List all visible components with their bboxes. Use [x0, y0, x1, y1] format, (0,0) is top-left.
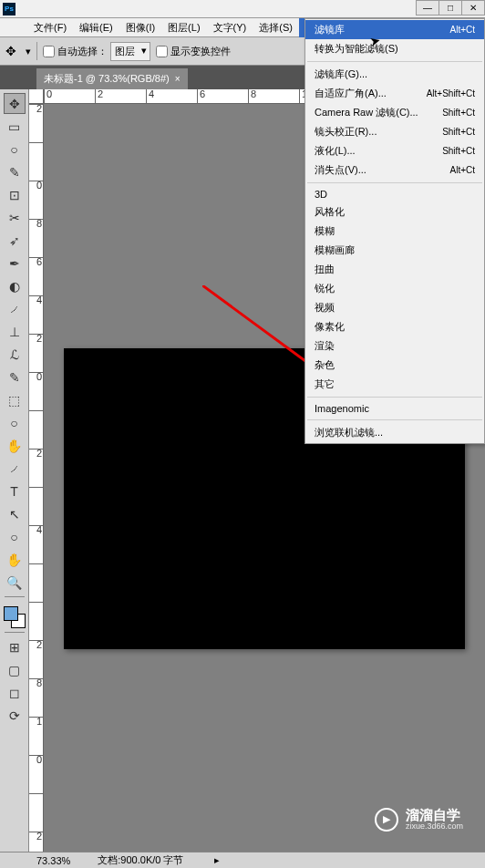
filter-menu-item-15[interactable]: 锐化	[305, 279, 484, 298]
ruler-h-tick: 2	[95, 89, 103, 104]
menu-item-5[interactable]: 选择(S)	[253, 18, 299, 37]
menu-item-label: 浏览联机滤镜...	[315, 426, 383, 439]
menu-item-label: Camera Raw 滤镜(C)...	[315, 106, 418, 119]
menu-item-label: 消失点(V)...	[315, 163, 366, 177]
tool-12[interactable]: ✎	[4, 367, 26, 388]
filter-menu-item-13[interactable]: 模糊画廊	[305, 241, 484, 260]
color-swatches[interactable]	[4, 606, 26, 628]
menu-item-label: 镜头校正(R)...	[315, 125, 377, 139]
vertical-ruler: 20864202428102	[29, 104, 44, 853]
filter-menu-item-19[interactable]: 杂色	[305, 356, 484, 375]
document-tab[interactable]: 未标题-1 @ 73.3%(RGB/8#) ×	[36, 68, 188, 89]
tool-18[interactable]: ↖	[4, 503, 26, 524]
tool-19[interactable]: ○	[4, 526, 26, 547]
maximize-button[interactable]: □	[439, 0, 462, 16]
ruler-corner	[29, 89, 44, 104]
ruler-h-tick: 8	[248, 89, 256, 104]
tool-7[interactable]: ✒	[4, 253, 26, 274]
filter-menu-item-0[interactable]: 滤镜库Alt+Ct	[305, 20, 484, 39]
auto-select-label: 自动选择：	[57, 45, 108, 58]
menu-item-label: 自适应广角(A)...	[315, 87, 387, 100]
minimize-button[interactable]: —	[416, 0, 439, 16]
autoselect-dropdown-arrow[interactable]: ▾	[26, 46, 31, 57]
menu-item-1[interactable]: 编辑(E)	[73, 18, 119, 37]
toolbar: ✥▭○✎⊡✂➶✒◐⟋⊥ℒ✎⬚○✋⟋T↖○✋🔍⊞▢◻⟳	[0, 89, 29, 853]
tool-13[interactable]: ⬚	[4, 389, 26, 410]
filter-menu-item-16[interactable]: 视频	[305, 298, 484, 317]
ruler-v-tick: 2	[29, 832, 44, 841]
tool-6[interactable]: ➶	[4, 230, 26, 251]
ruler-v-tick: 6	[29, 257, 44, 266]
menu-separator	[307, 61, 482, 62]
tool-20[interactable]: ✋	[4, 549, 26, 570]
tool-15[interactable]: ✋	[4, 435, 26, 456]
layer-dropdown[interactable]: 图层	[110, 42, 150, 61]
menu-item-0[interactable]: 文件(F)	[27, 18, 73, 37]
ruler-v-tick: 8	[29, 219, 44, 228]
bottom-tool-2[interactable]: ◻	[4, 682, 26, 703]
tool-16[interactable]: ⟋	[4, 458, 26, 479]
auto-select-checkbox[interactable]	[43, 46, 55, 57]
tool-8[interactable]: ◐	[4, 275, 26, 296]
filter-menu-item-22[interactable]: Imagenomic	[305, 400, 484, 417]
menu-item-label: Imagenomic	[315, 403, 369, 414]
filter-menu-item-4[interactable]: 自适应广角(A)...Alt+Shift+Ct	[305, 84, 484, 103]
ruler-v-tick: 0	[29, 372, 44, 381]
tool-9[interactable]: ⟋	[4, 298, 26, 319]
zoom-level[interactable]: 73.33%	[36, 855, 70, 866]
filter-menu-item-11[interactable]: 风格化	[305, 202, 484, 222]
filter-menu-item-7[interactable]: 液化(L)...Shift+Ct	[305, 141, 484, 160]
tool-4[interactable]: ⊡	[4, 184, 26, 205]
filter-menu-item-5[interactable]: Camera Raw 滤镜(C)...Shift+Ct	[305, 103, 484, 122]
ruler-v-tick: 4	[29, 525, 44, 534]
menu-item-label: 滤镜库	[315, 23, 345, 36]
foreground-color[interactable]	[4, 606, 18, 621]
bottom-tool-1[interactable]: ▢	[4, 659, 26, 680]
tool-3[interactable]: ✎	[4, 161, 26, 182]
filter-menu-item-8[interactable]: 消失点(V)...Alt+Ct	[305, 160, 484, 180]
tool-11[interactable]: ℒ	[4, 344, 26, 365]
ruler-v-tick	[29, 602, 44, 603]
ruler-v-tick: 0	[29, 755, 44, 764]
tool-14[interactable]: ○	[4, 412, 26, 433]
watermark-title: 溜溜自学	[406, 808, 463, 823]
filter-menu-item-3[interactable]: 滤镜库(G)...	[305, 65, 484, 84]
menu-item-3[interactable]: 图层(L)	[161, 18, 206, 37]
filter-menu-item-10[interactable]: 3D	[305, 186, 484, 202]
watermark: ▶ 溜溜自学 zixue.3d66.com	[375, 808, 463, 832]
tool-17[interactable]: T	[4, 480, 26, 501]
ruler-v-tick: 2	[29, 640, 44, 649]
bottom-tool-0[interactable]: ⊞	[4, 636, 26, 657]
bottom-tool-3[interactable]: ⟳	[4, 705, 26, 726]
ps-logo-icon: Ps	[3, 3, 15, 16]
ruler-h-tick: 4	[146, 89, 154, 104]
tool-2[interactable]: ○	[4, 139, 26, 160]
menu-item-label: 杂色	[315, 358, 335, 372]
menu-item-label: 像素化	[315, 320, 345, 334]
close-button[interactable]: ✕	[461, 0, 485, 16]
tool-10[interactable]: ⊥	[4, 321, 26, 342]
menu-item-4[interactable]: 文字(Y)	[207, 18, 253, 37]
ruler-v-tick: 1	[29, 717, 44, 726]
show-transform-checkbox[interactable]	[156, 46, 168, 57]
filter-menu-item-6[interactable]: 镜头校正(R)...Shift+Ct	[305, 122, 484, 141]
filter-menu-item-20[interactable]: 其它	[305, 375, 484, 394]
tool-21[interactable]: 🔍	[4, 572, 26, 593]
filter-menu-item-1[interactable]: 转换为智能滤镜(S)	[305, 39, 484, 58]
watermark-url: zixue.3d66.com	[406, 822, 463, 832]
menu-item-label: 渲染	[315, 339, 335, 353]
filter-menu-item-18[interactable]: 渲染	[305, 336, 484, 356]
menu-item-label: 扭曲	[315, 263, 335, 276]
filter-menu-item-14[interactable]: 扭曲	[305, 260, 484, 279]
menu-item-shortcut: Shift+Ct	[442, 108, 475, 118]
menu-item-label: 3D	[315, 189, 327, 200]
tab-close-icon[interactable]: ×	[175, 74, 181, 84]
menu-item-2[interactable]: 图像(I)	[119, 18, 161, 37]
filter-menu-item-17[interactable]: 像素化	[305, 317, 484, 336]
tool-1[interactable]: ▭	[4, 116, 26, 137]
tool-5[interactable]: ✂	[4, 207, 26, 228]
tool-0[interactable]: ✥	[4, 93, 26, 114]
filter-menu-item-12[interactable]: 模糊	[305, 222, 484, 241]
doc-info[interactable]: 文档:900.0K/0 字节 ▸	[98, 853, 220, 867]
filter-menu-item-24[interactable]: 浏览联机滤镜...	[305, 423, 484, 442]
